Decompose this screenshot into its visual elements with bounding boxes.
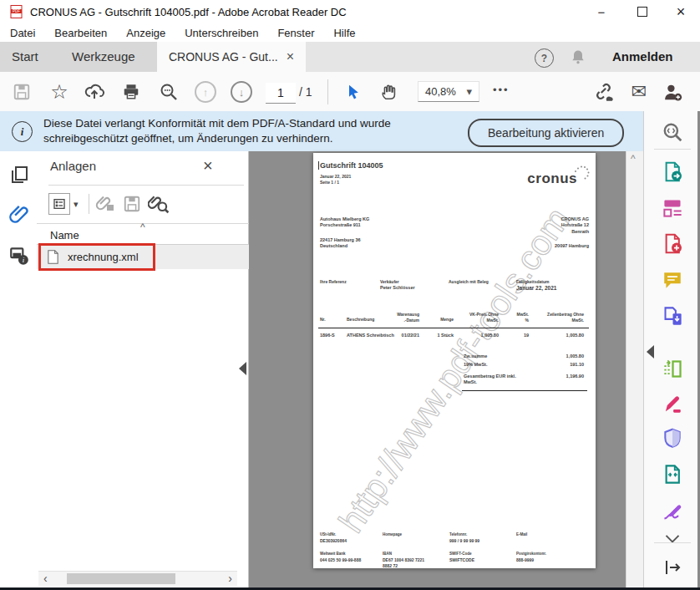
meta-due-value: Januar 22, 2021: [516, 285, 556, 292]
page-number-input[interactable]: [266, 83, 296, 104]
collapse-tools-pane-icon[interactable]: [647, 345, 654, 359]
sort-caret-icon: ^: [140, 221, 145, 233]
enable-editing-button[interactable]: Bearbeitung aktivieren: [468, 119, 624, 147]
edit-pdf-icon[interactable]: [660, 195, 685, 220]
tab-start[interactable]: Start: [12, 42, 38, 72]
invoice-page-indicator: Seite 1 / 1: [320, 180, 339, 186]
combine-files-icon[interactable]: [660, 303, 685, 328]
share-link-icon[interactable]: [593, 81, 615, 103]
scroll-right-icon[interactable]: ›: [228, 572, 232, 585]
minimize-button[interactable]: −: [587, 0, 616, 23]
menu-datei[interactable]: Datei: [10, 27, 35, 39]
invoice-title: Gutschrift 104005: [320, 160, 383, 170]
line-date: 01/22/21: [402, 333, 419, 338]
list-icon: [48, 193, 70, 215]
organize-pages-icon[interactable]: [660, 356, 685, 381]
comment-icon[interactable]: [660, 267, 685, 292]
text-cursor: [318, 161, 319, 170]
menu-anzeige[interactable]: Anzeige: [126, 27, 165, 39]
panel-toolbar-divider: [89, 194, 89, 214]
attachments-panel-icon[interactable]: [8, 203, 30, 228]
previous-page-icon[interactable]: ↑: [195, 81, 216, 103]
bell-icon[interactable]: [570, 48, 586, 65]
page-thumbnails-icon[interactable]: [9, 165, 29, 188]
panel-horizontal-scrollbar[interactable]: ‹ ›: [38, 571, 237, 586]
export-pdf-icon[interactable]: [660, 159, 685, 184]
email-icon[interactable]: ✉: [628, 81, 650, 103]
line-amount: 1,005.80: [566, 333, 584, 338]
notification-line2: schreibgeschützt geöffnet, um Änderungen…: [43, 131, 391, 146]
list-options-button[interactable]: ▾: [48, 192, 82, 216]
scroll-left-icon[interactable]: ‹: [43, 572, 48, 585]
sign-in-link[interactable]: Anmelden: [612, 49, 673, 64]
attachment-info-icon[interactable]: i: [8, 245, 30, 270]
meta-ref-label: Ihre Referenz: [320, 279, 347, 285]
meta-seller-label: Verkäufer: [380, 279, 399, 285]
footer-bank-label: Weltweit Bank: [320, 552, 345, 557]
recipient-line: 22417 Hamburg 36: [320, 237, 369, 243]
adobe-sign-icon[interactable]: [660, 498, 685, 523]
notification-line1: Diese Datei verlangt Konformität mit dem…: [43, 116, 391, 131]
attachment-row[interactable]: xrechnung.xml: [37, 245, 249, 269]
line-vat: 19: [524, 333, 529, 338]
compress-pdf-icon[interactable]: [660, 461, 685, 486]
file-icon: [47, 250, 59, 264]
protect-icon[interactable]: [660, 425, 685, 450]
create-pdf-icon[interactable]: [660, 231, 685, 256]
print-icon[interactable]: [120, 81, 142, 103]
find-icon[interactable]: [158, 81, 180, 103]
panel-close-icon[interactable]: ×: [203, 156, 213, 175]
enable-editing-label: Bearbeitung aktivieren: [488, 126, 604, 140]
svg-text:PDF: PDF: [13, 9, 20, 13]
help-icon[interactable]: ?: [535, 48, 554, 68]
next-page-icon[interactable]: ↓: [231, 81, 252, 103]
sign-in-person-icon[interactable]: [662, 81, 683, 103]
search-attachments-icon[interactable]: [147, 192, 170, 216]
scroll-up-icon[interactable]: ^: [631, 153, 636, 165]
menu-fenster[interactable]: Fenster: [277, 27, 314, 39]
vat-value: 191.10: [570, 362, 584, 368]
line-description: ATHENS Schreibtisch: [347, 333, 394, 338]
open-tools-pane-icon[interactable]: [660, 555, 685, 580]
fill-sign-icon[interactable]: [660, 392, 685, 417]
more-tools-icon[interactable]: •••: [493, 84, 510, 96]
scrollbar-thumb[interactable]: [67, 573, 175, 584]
name-header-row[interactable]: ^ Name: [37, 225, 249, 245]
menu-bar: Datei Bearbeiten Anzeige Unterschreiben …: [0, 23, 700, 42]
zoom-level-control[interactable]: 40,8% ▾: [418, 81, 479, 102]
meta-seller-value: Peter Schlösser: [380, 285, 415, 291]
tab-close-icon[interactable]: ×: [287, 49, 294, 64]
save-icon[interactable]: [11, 81, 33, 103]
meta-due-label: Fälligkeitsdatum: [516, 279, 549, 285]
document-vertical-scrollbar[interactable]: ^: [626, 151, 643, 590]
col-header-vk-preis: VK-Preis Ohne MwSt.: [469, 312, 499, 323]
maximize-button[interactable]: [628, 0, 657, 23]
close-button[interactable]: ×: [667, 0, 695, 23]
hand-tool-icon[interactable]: [378, 81, 399, 103]
tab-document[interactable]: CRONUS AG - Gut... ×: [157, 42, 306, 72]
line-quantity: 1 Stück: [437, 333, 454, 338]
footer-iban-label: IBAN: [383, 552, 392, 557]
menu-unterschreiben[interactable]: Unterschreiben: [185, 27, 258, 39]
zoom-caret-icon: ▾: [466, 85, 472, 98]
collapse-panel-icon[interactable]: [239, 362, 246, 375]
tab-werkzeuge[interactable]: Werkzeuge: [72, 42, 135, 72]
col-header-datum: Warenausg .-Datum: [397, 312, 419, 323]
menu-bearbeiten[interactable]: Bearbeiten: [54, 27, 107, 39]
pdfa-notification-bar: i Diese Datei verlangt Konformität mit d…: [0, 111, 643, 151]
more-tools-chevron-icon[interactable]: [660, 526, 685, 552]
arrow-up-glyph: ↑: [195, 81, 216, 103]
select-tool-icon[interactable]: [342, 81, 364, 103]
notification-text: Diese Datei verlangt Konformität mit dem…: [43, 116, 391, 146]
panel-divider: [48, 185, 244, 186]
share-cloud-icon[interactable]: [84, 81, 105, 103]
acrobat-reader-window: PDF CRONUS AG - Gutschrift 104005.pdf - …: [0, 0, 700, 590]
search-tools-icon[interactable]: [660, 120, 685, 145]
star-favorites-icon[interactable]: ☆: [48, 81, 70, 103]
col-header-mwst: MwSt. %: [517, 312, 529, 323]
footer-postgiro-value: 888-9999: [516, 557, 534, 563]
footer-bank-value: 044 025 50 99-99-888: [320, 557, 361, 563]
footer-phone-label: Telefonnr.: [449, 532, 467, 537]
menu-hilfe[interactable]: Hilfe: [333, 27, 355, 39]
total-value: 1,196.90: [566, 374, 584, 379]
